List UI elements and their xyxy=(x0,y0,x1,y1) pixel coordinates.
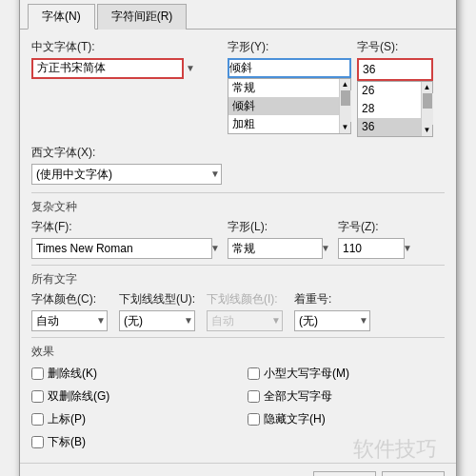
effect-hidden-checkbox[interactable] xyxy=(248,413,260,426)
complex-font-wrapper: Times New Roman ▼ xyxy=(31,238,222,259)
effect-all-caps-checkbox[interactable] xyxy=(248,390,260,403)
effects-grid: 删除线(K) 小型大写字母(M) 双删除线(G) 全部大写字母 上标(P) xyxy=(31,364,445,453)
tab-char-spacing[interactable]: 字符间距(R) xyxy=(97,4,188,30)
style-list-content: 常规 倾斜 加粗 xyxy=(228,79,339,133)
size-option-26[interactable]: 26 xyxy=(358,82,421,100)
effect-subscript-checkbox[interactable] xyxy=(31,436,44,448)
chinese-font-group: 中文字体(T): ▼ xyxy=(31,39,222,79)
emphasis-group: 着重号: (无) ▼ xyxy=(294,291,370,331)
complex-size-label: 字号(Z): xyxy=(338,219,414,235)
cancel-button[interactable]: 取消 xyxy=(382,471,445,477)
effect-strikethrough-checkbox[interactable] xyxy=(31,367,44,380)
style-dropdown[interactable]: 倾斜 xyxy=(228,58,351,78)
effect-hidden: 隐藏文字(H) xyxy=(248,409,445,430)
effects-section: 效果 删除线(K) 小型大写字母(M) 双删除线(G) 全部大写字母 xyxy=(31,337,445,453)
style-option-bold[interactable]: 加粗 xyxy=(228,115,339,133)
complex-fields-row: 字体(F): Times New Roman ▼ 字形(L): 常规 ▼ xyxy=(31,219,445,259)
effect-double-strikethrough-label: 双删除线(G) xyxy=(48,388,109,405)
chinese-font-label: 中文字体(T): xyxy=(31,39,222,55)
effect-double-strikethrough: 双删除线(G) xyxy=(31,387,228,407)
all-text-row: 字体颜色(C): 自动 ▼ 下划线线型(U): (无) ▼ 下划 xyxy=(31,291,445,331)
style-selected[interactable]: 倾斜 xyxy=(229,60,349,76)
effect-all-caps: 全部大写字母 xyxy=(248,387,445,407)
underline-label: 下划线线型(U): xyxy=(119,291,195,307)
western-font-section: 西文字体(X): (使用中文字体) ▼ xyxy=(31,145,445,185)
all-text-title: 所有文字 xyxy=(31,265,445,288)
effect-subscript: 下标(B) xyxy=(31,432,228,453)
size-list-content: 26 28 36 xyxy=(358,82,421,136)
underline-color-wrapper: 自动 ▼ xyxy=(207,310,283,331)
effect-superscript-label: 上标(P) xyxy=(48,411,86,427)
style-list: 常规 倾斜 加粗 ▲ ▼ xyxy=(228,78,351,134)
color-select[interactable]: 自动 xyxy=(31,310,108,331)
color-wrapper: 自动 ▼ xyxy=(31,310,108,331)
emphasis-wrapper: (无) ▼ xyxy=(294,310,370,331)
complex-font-group: 字体(F): Times New Roman ▼ xyxy=(31,219,222,259)
emphasis-label: 着重号: xyxy=(294,291,370,307)
color-label: 字体颜色(C): xyxy=(31,291,108,307)
main-fields-row: 中文字体(T): ▼ 字形(Y): 倾斜 常规 倾斜 加粗 xyxy=(31,39,445,137)
emphasis-select[interactable]: (无) xyxy=(294,310,370,331)
size-option-28[interactable]: 28 xyxy=(358,100,421,118)
effect-subscript-label: 下标(B) xyxy=(48,434,86,450)
style-group: 字形(Y): 倾斜 常规 倾斜 加粗 ▲ ▼ xyxy=(228,39,351,134)
western-font-select[interactable]: (使用中文字体) xyxy=(31,164,222,185)
complex-style-label: 字形(L): xyxy=(228,219,332,235)
size-input-wrapper[interactable] xyxy=(357,58,433,81)
style-scrollbar[interactable]: ▲ ▼ xyxy=(339,79,350,133)
complex-section-title: 复杂文种 xyxy=(31,192,445,215)
bottom-buttons: 确定 取消 xyxy=(20,463,456,477)
effect-small-caps: 小型大写字母(M) xyxy=(248,364,445,385)
effects-title: 效果 xyxy=(31,337,445,360)
underline-select[interactable]: (无) xyxy=(119,310,195,331)
effect-superscript-checkbox[interactable] xyxy=(31,413,44,426)
size-scroll-track[interactable] xyxy=(422,93,433,125)
size-list: 26 28 36 ▲ ▼ xyxy=(357,81,433,137)
complex-size-group: 字号(Z): 110 ▼ xyxy=(338,219,414,259)
tab-font[interactable]: 字体(N) xyxy=(28,4,95,30)
complex-font-label: 字体(F): xyxy=(31,219,222,235)
effect-small-caps-checkbox[interactable] xyxy=(248,367,260,380)
western-font-label: 西文字体(X): xyxy=(31,145,445,161)
underline-color-label: 下划线颜色(I): xyxy=(207,291,283,307)
dialog-content: 中文字体(T): ▼ 字形(Y): 倾斜 常规 倾斜 加粗 xyxy=(20,30,456,463)
style-option-regular[interactable]: 常规 xyxy=(228,79,339,97)
underline-color-select: 自动 xyxy=(207,310,283,331)
effect-hidden-label: 隐藏文字(H) xyxy=(264,411,326,427)
size-scrollbar[interactable]: ▲ ▼ xyxy=(421,82,432,136)
western-font-wrapper: (使用中文字体) ▼ xyxy=(31,164,222,185)
underline-group: 下划线线型(U): (无) ▼ xyxy=(119,291,195,331)
chinese-font-input[interactable] xyxy=(31,58,184,79)
effect-strikethrough: 删除线(K) xyxy=(31,364,228,385)
complex-style-wrapper: 常规 ▼ xyxy=(228,238,332,259)
complex-font-select[interactable]: Times New Roman xyxy=(31,238,212,259)
tab-bar: 字体(N) 字符间距(R) xyxy=(20,0,456,30)
style-scroll-thumb xyxy=(341,90,350,106)
ok-button[interactable]: 确定 xyxy=(313,471,376,477)
chinese-font-arrow: ▼ xyxy=(186,63,195,73)
style-scroll-down[interactable]: ▼ xyxy=(340,122,351,133)
style-scroll-up[interactable]: ▲ xyxy=(340,79,351,90)
size-scroll-up[interactable]: ▲ xyxy=(422,82,433,93)
underline-wrapper: (无) ▼ xyxy=(119,310,195,331)
color-group: 字体颜色(C): 自动 ▼ xyxy=(31,291,108,331)
size-label: 字号(S): xyxy=(357,39,433,55)
complex-style-group: 字形(L): 常规 ▼ xyxy=(228,219,332,259)
effect-superscript: 上标(P) xyxy=(31,409,228,430)
effect-strikethrough-label: 删除线(K) xyxy=(48,366,97,382)
size-scroll-down[interactable]: ▼ xyxy=(422,125,433,136)
size-group: 字号(S): 26 28 36 ▲ ▼ xyxy=(357,39,433,137)
effect-double-strikethrough-checkbox[interactable] xyxy=(31,390,44,403)
style-option-italic[interactable]: 倾斜 xyxy=(228,97,339,115)
size-input[interactable] xyxy=(359,60,431,79)
effect-small-caps-label: 小型大写字母(M) xyxy=(264,366,349,382)
style-label: 字形(Y): xyxy=(228,39,351,55)
font-dialog: W 字体 ✕ 字体(N) 字符间距(R) 中文字体(T): ▼ 字形(Y): xyxy=(19,0,457,476)
underline-color-group: 下划线颜色(I): 自动 ▼ xyxy=(207,291,283,331)
size-scroll-thumb xyxy=(423,93,432,109)
size-option-36[interactable]: 36 xyxy=(358,118,421,136)
complex-size-wrapper: 110 ▼ xyxy=(338,238,414,259)
complex-style-select[interactable]: 常规 xyxy=(228,238,323,259)
style-scroll-track[interactable] xyxy=(340,90,351,122)
complex-size-select[interactable]: 110 xyxy=(338,238,405,259)
